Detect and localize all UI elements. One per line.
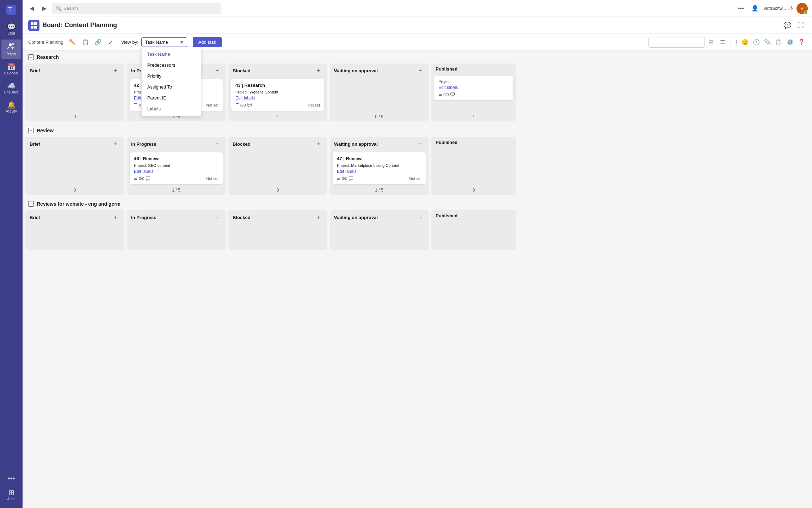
- add-card-button[interactable]: +: [111, 213, 120, 222]
- col-header-blocked: Blocked +: [228, 210, 327, 224]
- checklist-count: 0/0: [139, 176, 144, 181]
- sidebar-item-apps[interactable]: ⊞ Apps: [1, 486, 21, 504]
- copy2-icon[interactable]: 📋: [774, 37, 784, 47]
- svg-rect-7: [34, 26, 37, 29]
- sidebar-item-teams[interactable]: Teams: [1, 40, 21, 59]
- column-blocked: Blocked +: [228, 210, 327, 250]
- group-collapse-button[interactable]: −: [28, 128, 34, 133]
- expand-icon[interactable]: ⤢: [106, 37, 116, 47]
- col-header-waiting: Waiting on approval +: [330, 64, 429, 78]
- dropdown-item-predecessors[interactable]: Predecessors: [142, 60, 201, 71]
- col-footer: 0: [228, 186, 327, 195]
- dropdown-item-priority[interactable]: Priority: [142, 71, 201, 81]
- view-by-dropdown-menu: Task Name Predecessors Priority Assigned…: [141, 47, 201, 116]
- more-options-button[interactable]: •••: [735, 3, 746, 14]
- view-by-dropdown[interactable]: Task Name ▼ Task Name Predecessors Prior…: [141, 37, 187, 47]
- filter-icon[interactable]: ⊟: [706, 37, 716, 47]
- sidebar-item-chat[interactable]: 💬 Chat: [1, 20, 21, 38]
- more-icon: •••: [7, 475, 15, 482]
- comment-icon: 💬: [146, 176, 150, 181]
- group-reviews-website: − Reviews for website - eng and germ Bri…: [23, 198, 812, 253]
- sidebar-item-calendar[interactable]: 📅 Calendar: [1, 60, 21, 78]
- add-card-button[interactable]: +: [416, 213, 424, 222]
- column-waiting: Waiting on approval +: [330, 210, 429, 250]
- sidebar-item-label: Teams: [6, 52, 16, 56]
- col-footer: [330, 246, 429, 250]
- settings-icon[interactable]: ⚙️: [785, 37, 795, 47]
- dropdown-item-assigned-to[interactable]: Assigned To: [142, 81, 201, 92]
- add-card-button[interactable]: +: [111, 140, 120, 148]
- task-footer: ☰ 0/0 💬 Not set: [134, 176, 219, 181]
- add-card-button[interactable]: +: [213, 66, 221, 75]
- add-card-button[interactable]: +: [213, 140, 221, 148]
- history-icon[interactable]: 🕐: [751, 37, 761, 47]
- task-labels[interactable]: Edit labels: [235, 96, 320, 101]
- attachments-icon[interactable]: 📎: [763, 37, 773, 47]
- add-card-button[interactable]: +: [111, 66, 120, 75]
- column-blocked: Blocked + 0: [228, 137, 327, 195]
- expand-button[interactable]: ⛶: [795, 20, 806, 31]
- teams-logo[interactable]: T: [4, 3, 18, 17]
- task-card-47[interactable]: 47 | Review Project: Marketplace Listing…: [333, 152, 426, 184]
- col-header-waiting: Waiting on approval +: [330, 137, 429, 151]
- board-search-input[interactable]: [648, 37, 705, 48]
- group-collapse-button[interactable]: −: [28, 201, 34, 207]
- group-icon[interactable]: ☰: [718, 37, 727, 47]
- task-labels[interactable]: Edit labels: [337, 169, 422, 174]
- toolbar: Content Planning ✏️ 📋 🔗 ⤢ View by: Task …: [23, 34, 812, 51]
- add-card-button[interactable]: +: [314, 140, 323, 148]
- topbar-right: ••• 👤 VirtoSoftw... ⚠ V: [735, 3, 808, 14]
- share-icon[interactable]: 🔗: [93, 37, 103, 47]
- emoji-icon[interactable]: 🙂: [740, 37, 750, 47]
- group-label: Research: [37, 54, 59, 60]
- col-body: 46 | Review Project: SEO content Edit la…: [127, 151, 226, 186]
- col-footer: 0: [25, 186, 124, 195]
- sidebar-item-more[interactable]: •••: [1, 472, 21, 485]
- dropdown-item-task-name[interactable]: Task Name: [142, 49, 201, 60]
- board-content: − Research Brief + 0: [23, 51, 812, 508]
- task-card-pub1[interactable]: Project: Edit labels ☰ 0/0 💬: [434, 76, 513, 100]
- column-published: Published: [431, 210, 516, 250]
- dropdown-item-parent-id[interactable]: Parent ID: [142, 92, 201, 103]
- col-footer: [228, 246, 327, 250]
- user-button[interactable]: 👤: [749, 3, 761, 14]
- sidebar-item-label: Activity: [6, 109, 17, 113]
- main-area: ◀ ▶ 🔍 Search ••• 👤 VirtoSoftw... ⚠ V: [23, 0, 812, 508]
- task-title: 43 | Research: [235, 83, 320, 88]
- add-card-button[interactable]: +: [213, 213, 221, 222]
- chat-button[interactable]: 💬: [782, 20, 793, 31]
- rename-icon[interactable]: ✏️: [68, 37, 78, 47]
- group-collapse-button[interactable]: −: [28, 54, 34, 60]
- avatar[interactable]: V: [796, 3, 808, 14]
- column-in-progress: In Progress + 46 | Review Project: SEO c…: [127, 137, 226, 195]
- checklist-count: 0/0: [240, 103, 246, 107]
- columns-icon[interactable]: ⋮⋮: [729, 37, 739, 47]
- col-header-brief: Brief +: [25, 210, 124, 224]
- search-box[interactable]: 🔍 Search: [52, 3, 221, 14]
- col-footer: 1 / 5: [127, 186, 226, 195]
- sidebar-item-onedrive[interactable]: ☁️ OneDrive: [1, 79, 21, 97]
- back-button[interactable]: ◀: [27, 4, 37, 13]
- add-task-button[interactable]: Add task: [193, 37, 222, 47]
- task-labels[interactable]: Edit labels: [438, 85, 509, 90]
- search-placeholder: Search: [63, 6, 78, 11]
- task-labels[interactable]: Edit labels: [134, 169, 219, 174]
- task-card-43[interactable]: 43 | Research Project: Website Content E…: [231, 79, 324, 111]
- sidebar-item-activity[interactable]: 🔔 Activity: [1, 98, 21, 116]
- checklist-count: 0/0: [443, 92, 449, 97]
- task-project: Project: Website Content: [235, 90, 320, 94]
- add-card-button[interactable]: +: [416, 66, 424, 75]
- add-card-button[interactable]: +: [416, 140, 424, 148]
- task-card-46[interactable]: 46 | Review Project: SEO content Edit la…: [130, 152, 223, 184]
- help-icon[interactable]: ❓: [796, 37, 806, 47]
- dropdown-item-labels[interactable]: Labels: [142, 103, 201, 114]
- add-card-button[interactable]: +: [314, 213, 323, 222]
- add-card-button[interactable]: +: [314, 66, 323, 75]
- task-project: Project: SEO content: [134, 163, 219, 168]
- col-footer: 0: [431, 186, 516, 195]
- view-by-label: View by:: [121, 40, 139, 45]
- forward-button[interactable]: ▶: [39, 4, 49, 13]
- svg-rect-4: [31, 22, 33, 25]
- sidebar-item-label: Chat: [7, 31, 15, 35]
- copy-icon[interactable]: 📋: [80, 37, 90, 47]
